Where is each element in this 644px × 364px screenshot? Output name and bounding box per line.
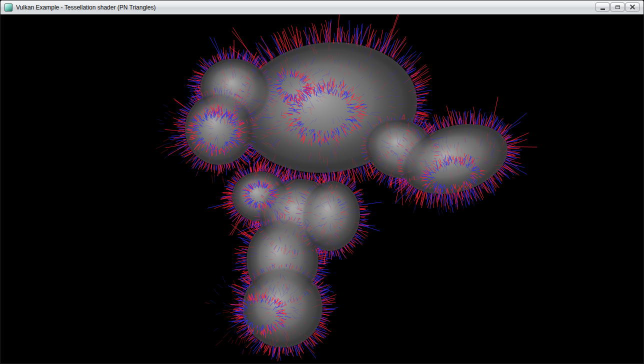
render-viewport[interactable]: [0, 14, 644, 364]
maximize-button[interactable]: [610, 2, 624, 12]
close-button[interactable]: [626, 2, 640, 12]
app-icon: [4, 4, 12, 12]
window-controls: [596, 2, 640, 12]
minimize-icon: [600, 8, 605, 10]
render-canvas[interactable]: [0, 14, 644, 364]
window-title: Vulkan Example - Tessellation shader (PN…: [16, 4, 156, 11]
titlebar[interactable]: Vulkan Example - Tessellation shader (PN…: [0, 0, 644, 14]
app-window: Vulkan Example - Tessellation shader (PN…: [0, 0, 644, 364]
close-icon: [630, 4, 636, 10]
minimize-button[interactable]: [596, 2, 610, 12]
maximize-icon: [616, 6, 620, 9]
